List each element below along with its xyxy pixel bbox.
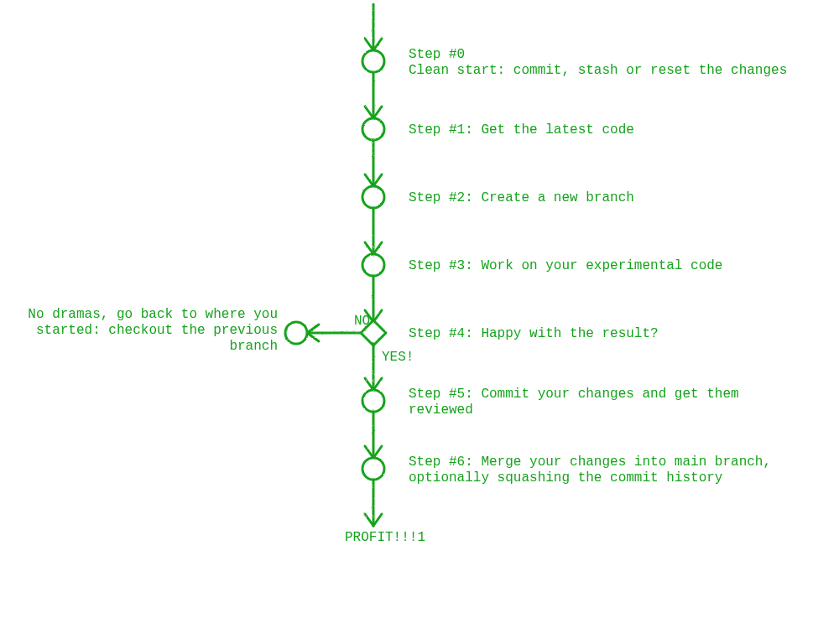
flow-node (362, 458, 384, 480)
step-label: optionally squashing the commit history (409, 470, 723, 486)
step-label: Step #1: Get the latest code (409, 122, 634, 138)
flowchart-diagram: Step #0Clean start: commit, stash or res… (0, 0, 839, 644)
step-label: Step #5: Commit your changes and get the… (409, 387, 739, 402)
flow-node (362, 186, 384, 208)
terminal-label: PROFIT!!!1 (345, 530, 425, 545)
branch-side-text: No dramas, go back to where you (28, 307, 278, 322)
flow-node (362, 50, 384, 72)
step-label: Clean start: commit, stash or reset the … (409, 63, 787, 78)
step-label: reviewed (409, 402, 473, 418)
flow-node (362, 254, 384, 276)
yes-label: YES! (382, 350, 414, 365)
step-label: Step #4: Happy with the result? (409, 326, 659, 341)
flow-node (285, 322, 307, 344)
no-label: NO (354, 314, 370, 329)
step-label: Step #0 (409, 47, 465, 62)
flow-node (362, 118, 384, 140)
branch-side-text: branch (229, 339, 278, 354)
flow-node (362, 390, 384, 412)
step-label: Step #3: Work on your experimental code (409, 258, 722, 273)
step-label: Step #6: Merge your changes into main br… (409, 454, 771, 470)
branch-side-text: started: checkout the previous (36, 323, 278, 338)
step-label: Step #2: Create a new branch (409, 190, 634, 205)
